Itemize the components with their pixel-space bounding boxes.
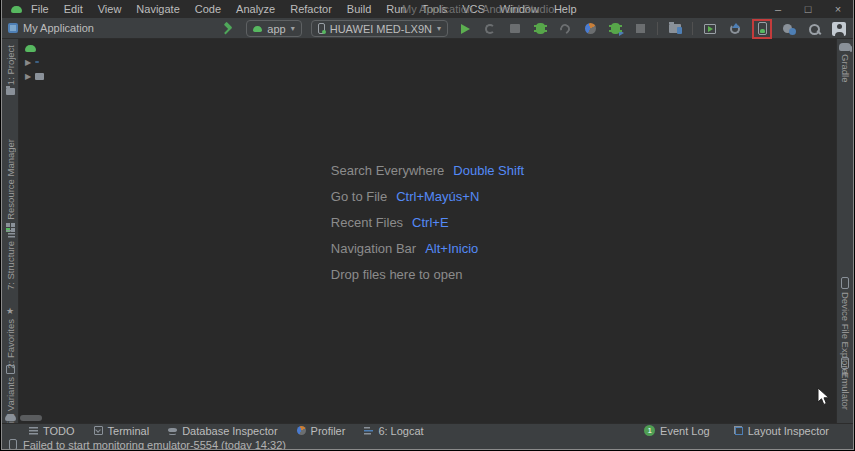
bottom-bar-left: TODO Terminal Database Inspector Profile…: [2, 425, 424, 437]
search-everywhere-icon[interactable]: [806, 21, 822, 37]
tool-window-profiler[interactable]: Profiler: [297, 425, 346, 437]
close-button[interactable]: ×: [823, 0, 853, 18]
module-dropdown[interactable]: app ▾: [246, 20, 301, 37]
profile-debug-apk-icon[interactable]: [667, 21, 683, 37]
window-title: My Application - Android Studio: [402, 3, 554, 15]
menu-navigate[interactable]: Navigate: [136, 3, 179, 15]
tree-row-selected[interactable]: ▶: [21, 55, 44, 69]
menu-view[interactable]: View: [98, 3, 122, 15]
debug-button[interactable]: [532, 21, 548, 37]
layout-inspector-icon: [734, 426, 743, 435]
shortcut-row: Recent Files Ctrl+E: [331, 209, 524, 235]
avd-manager-icon[interactable]: [758, 22, 767, 35]
tool-window-logcat[interactable]: 6: Logcat: [364, 425, 423, 437]
shortcut-label: Navigation Bar: [331, 241, 416, 256]
android-gray-icon: [5, 414, 16, 421]
device-phone-icon: [318, 23, 325, 34]
attach-debugger-icon[interactable]: [607, 21, 623, 37]
event-count-badge: 1: [644, 425, 655, 436]
sidebar-item-structure[interactable]: 7: Structure: [2, 229, 18, 290]
menu-build[interactable]: Build: [347, 3, 371, 15]
shortcut-keys: Ctrl+Mayús+N: [396, 189, 479, 204]
emulator-status-icon: [9, 439, 17, 449]
tree-row-app[interactable]: [21, 41, 44, 55]
emulator-tab-label: Emulator: [840, 372, 851, 410]
window-controls: – □ ×: [763, 0, 853, 18]
emulator-monitor-icon[interactable]: [702, 21, 718, 37]
chevron-down-icon: ▾: [291, 24, 295, 33]
expand-arrow-icon[interactable]: ▶: [25, 72, 31, 81]
shortcut-keys: Alt+Inicio: [425, 241, 478, 256]
sdk-manager-icon[interactable]: [781, 21, 797, 37]
tool-window-todo[interactable]: TODO: [29, 425, 75, 437]
menu-code[interactable]: Code: [195, 3, 221, 15]
sidebar-item-resource-manager[interactable]: Resource Manager: [2, 139, 18, 232]
logcat-label: 6: Logcat: [378, 425, 423, 437]
sidebar-item-gradle[interactable]: Gradle: [837, 43, 853, 83]
device-dropdown-value: HUAWEI MED-LX9N: [330, 23, 432, 35]
stop-button[interactable]: [632, 21, 648, 37]
event-log-button[interactable]: 1 Event Log: [644, 425, 710, 437]
sidebar-item-emulator[interactable]: Emulator: [837, 357, 853, 410]
title-bar: File Edit View Navigate Code Analyze Ref…: [2, 0, 853, 18]
shortcut-row: Navigation Bar Alt+Inicio: [331, 235, 524, 261]
maximize-button[interactable]: □: [793, 0, 823, 18]
mouse-cursor: [817, 387, 830, 406]
expand-arrow-icon[interactable]: ▶: [25, 58, 31, 67]
minimize-button[interactable]: –: [763, 0, 793, 18]
project-breadcrumb[interactable]: My Application: [8, 22, 94, 34]
toolbar-actions: app ▾ HUAWEI MED-LX9N ▾: [221, 18, 847, 39]
shortcut-label: Go to File: [331, 189, 387, 204]
profiler-label: Profiler: [311, 425, 346, 437]
apply-changes-icon[interactable]: [482, 21, 498, 37]
device-dropdown[interactable]: HUAWEI MED-LX9N ▾: [311, 20, 448, 37]
empty-state-shortcuts: Search Everywhere Double Shift Go to Fil…: [331, 157, 524, 287]
tool-window-terminal[interactable]: Terminal: [94, 425, 150, 437]
device-file-explorer-icon: [841, 277, 849, 289]
build-variants-icon: [6, 365, 15, 374]
build-hammer-icon[interactable]: [221, 21, 237, 37]
user-avatar-icon[interactable]: [831, 21, 847, 37]
selected-node: [35, 61, 39, 63]
rail-android-icon-slot: [2, 414, 18, 421]
star-icon: ★: [6, 307, 14, 316]
gradle-elephant-icon: [839, 43, 851, 51]
menu-edit[interactable]: Edit: [64, 3, 83, 15]
favorites-tab-label: 2: Favorites: [5, 319, 16, 369]
right-tool-rail: Gradle Device File Explorer Emulator: [836, 39, 853, 423]
package-icon: [35, 73, 44, 80]
run-button[interactable]: [457, 21, 473, 37]
project-breadcrumb-label: My Application: [23, 22, 94, 34]
layout-inspector-button[interactable]: Layout Inspector: [734, 425, 829, 437]
toolbar-separator: [657, 22, 658, 35]
terminal-label: Terminal: [108, 425, 150, 437]
menu-analyze[interactable]: Analyze: [236, 3, 275, 15]
editor-canvas: ▶ ▶ Search Everywhere Double Shift Go to…: [19, 39, 836, 423]
bottom-tool-bar: TODO Terminal Database Inspector Profile…: [2, 423, 853, 437]
main-area: 1: Project Resource Manager 7: Structure…: [2, 39, 853, 423]
profiler-button[interactable]: [582, 21, 598, 37]
database-inspector-label: Database Inspector: [182, 425, 277, 437]
left-tool-rail: 1: Project Resource Manager 7: Structure…: [2, 39, 19, 423]
run-coverage-icon[interactable]: [557, 21, 573, 37]
apply-code-changes-icon[interactable]: [507, 21, 523, 37]
menu-file[interactable]: File: [31, 3, 49, 15]
event-log-label: Event Log: [660, 425, 710, 437]
menu-refactor[interactable]: Refactor: [290, 3, 332, 15]
horizontal-scrollbar[interactable]: [20, 415, 42, 421]
todo-label: TODO: [43, 425, 75, 437]
shortcut-keys: Double Shift: [453, 163, 524, 178]
sync-gradle-icon[interactable]: [727, 21, 743, 37]
resource-manager-tab-label: Resource Manager: [5, 139, 16, 220]
toolbar-separator: [692, 22, 693, 35]
layout-inspector-label: Layout Inspector: [748, 425, 829, 437]
sidebar-item-favorites[interactable]: ★ 2: Favorites: [2, 307, 18, 369]
shortcut-row: Go to File Ctrl+Mayús+N: [331, 183, 524, 209]
android-logo-icon: [11, 6, 22, 13]
tree-row-package[interactable]: ▶: [21, 69, 44, 83]
gradle-tab-label: Gradle: [840, 54, 851, 83]
sidebar-item-project[interactable]: 1: Project: [2, 45, 18, 95]
emulator-icon: [841, 357, 849, 369]
menu-help[interactable]: Help: [554, 3, 577, 15]
tool-window-database-inspector[interactable]: Database Inspector: [168, 425, 277, 437]
